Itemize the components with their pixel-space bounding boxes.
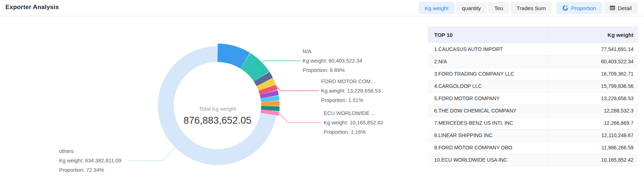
exporter-name-cell: 1.CAUCASUS AUTO IMPORT [428,43,548,55]
kg-weight-cell: 60,403,522.34 [548,55,638,68]
callout-line1: Kg weight: 60,403,522.34 [303,56,362,65]
callout-title: ECU WORLDWIDE ... [324,109,383,118]
exporter-name-cell: 2.N/A [428,55,548,68]
exporter-name-cell: 6.THE DOW CHEMICAL COMPANY [428,105,548,117]
table-row[interactable]: 1.CAUCASUS AUTO IMPORT77,541,691.14 [428,43,638,55]
table-row[interactable]: 8.LINEAR SHIPPING INC12,110,248.67 [428,129,638,141]
table-row[interactable]: 9.FORD MOTOR COMPANY OBO11,986,266.59 [428,141,638,154]
tab-kg-weight[interactable]: Kg weight [419,2,455,14]
table-row[interactable]: 3.FORD TRADING COMPANY LLC16,709,362.71 [428,68,638,80]
exporter-name-cell: 10.ECU WORLDWIDE USA INC [428,154,548,166]
pie-callout-others: othersKg weight: 634,382,811.09Proportio… [59,146,121,175]
table-header-row: TOP 10 Kg weight [428,26,638,43]
kg-weight-cell: 12,288,532.3 [548,105,638,117]
tab-proportion[interactable]: Proportion [556,2,602,14]
tab-teu[interactable]: Teu [488,2,509,14]
total-value: 876,883,652.05 [163,115,272,126]
exporter-name-cell: 4.CARGOLOOP LLC [428,80,548,92]
donut-chart-icon [562,5,568,11]
top10-table: TOP 10 Kg weight 1.CAUCASUS AUTO IMPORT7… [428,26,638,166]
total-label: Total Kg weight [163,105,272,112]
exporter-name-cell: 7.MERCEDES-BENZ US INTL INC [428,117,548,129]
kg-weight-cell: 11,986,266.59 [548,141,638,154]
table-row[interactable]: 6.THE DOW CHEMICAL COMPANY12,288,532.3 [428,105,638,117]
metric-tab-group: Kg weightquantityTeuTrades Sum [419,2,552,14]
tab-label: Detail [618,5,632,11]
pie-callout-ford-motor-com: FORD MOTOR COM...Kg weight: 13,228,658.5… [321,77,381,105]
kg-weight-cell: 13,228,658.53 [548,92,638,105]
pie-slice-linear-shipping-inc[interactable] [262,102,279,106]
exporter-name-cell: 5.FORD MOTOR COMPANY [428,92,548,105]
callout-line2: Proportion: 1.16% [324,127,383,137]
callout-title: others [59,146,121,156]
tab-label: Proportion [571,5,596,11]
tab-trades-sum[interactable]: Trades Sum [510,2,552,14]
tab-quantity[interactable]: quantity [456,2,487,14]
callout-line2: Proportion: 1.51% [321,95,381,105]
table-row[interactable]: 4.CARGOLOOP LLC15,799,836.56 [428,80,638,92]
pie-leader-line [262,61,300,63]
pie-leader-line [277,87,319,91]
view-tab-group: ProportionDetail [556,2,638,14]
kg-weight-cell: 16,709,362.71 [548,68,638,80]
kg-weight-cell: 10,165,852.42 [548,154,638,166]
callout-line1: Kg weight: 10,165,852.42 [324,118,383,127]
callout-title: N/A [303,47,362,56]
table-row[interactable]: 7.MERCEDES-BENZ US INTL INC12,266,869.7 [428,117,638,129]
exporter-name-cell: 9.FORD MOTOR COMPANY OBO [428,141,548,154]
pie-leader-line [279,114,321,123]
table-row[interactable]: 5.FORD MOTOR COMPANY13,228,658.53 [428,92,638,105]
kg-weight-cell: 12,266,869.7 [548,117,638,129]
exporter-name-cell: 8.LINEAR SHIPPING INC [428,129,548,141]
table-icon [610,5,615,11]
page-header: Exporter Analysis Kg weightquantityTeuTr… [0,0,644,16]
chart-center: Total Kg weight 876,883,652.05 [163,105,272,126]
tab-detail[interactable]: Detail [603,2,638,14]
kg-weight-cell: 15,799,836.56 [548,80,638,92]
pie-callout-n-a: N/AKg weight: 60,403,522.34Proportion: 6… [303,47,362,75]
col-header-top10: TOP 10 [428,26,548,43]
col-header-kg-weight: Kg weight [548,26,638,43]
kg-weight-cell: 77,541,691.14 [548,43,638,55]
callout-line2: Proportion: 6.89% [303,65,362,75]
toolbar: Kg weightquantityTeuTrades Sum Proportio… [419,2,638,14]
table-row[interactable]: 2.N/A60,403,522.34 [428,55,638,68]
callout-title: FORD MOTOR COM... [321,77,381,86]
callout-line1: Kg weight: 13,228,658.53 [321,86,381,95]
page-title: Exporter Analysis [5,4,59,11]
pie-callout-ecu-worldwide: ECU WORLDWIDE ...Kg weight: 10,165,852.4… [324,109,383,137]
exporter-name-cell: 3.FORD TRADING COMPANY LLC [428,68,548,80]
callout-line1: Kg weight: 634,382,811.09 [59,156,121,165]
kg-weight-cell: 12,110,248.67 [548,129,638,141]
pie-leader-line [128,148,175,161]
proportion-chart: Total Kg weight 876,883,652.05 N/AKg wei… [0,16,391,187]
callout-line2: Proportion: 72.34% [59,165,121,175]
table-row[interactable]: 10.ECU WORLDWIDE USA INC10,165,852.42 [428,154,638,166]
